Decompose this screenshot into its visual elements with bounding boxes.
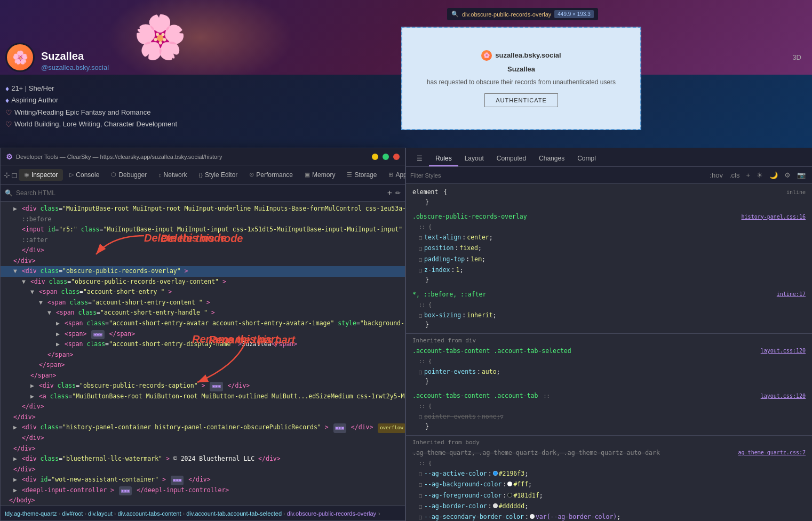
html-line-short-entry-content[interactable]: ▼ <span class="account-short-entry-conte… bbox=[1, 298, 405, 308]
html-line-anchor[interactable]: ▶ <a class="MuiButtonBase-root MuiButton… bbox=[1, 391, 405, 402]
styles-tab-layout[interactable]: Layout bbox=[458, 151, 490, 166]
color-dot-active[interactable] bbox=[493, 471, 498, 476]
tab-console[interactable]: ▷ Console bbox=[64, 169, 105, 181]
html-line-avatar[interactable]: ▶ <span class="account-short-entry-avata… bbox=[1, 318, 405, 329]
prop-toggle3[interactable]: :: { bbox=[419, 357, 432, 366]
html-line-overlay-content[interactable]: ▼ <div class="obscure-public-records-ove… bbox=[1, 277, 405, 287]
rule-account-tab[interactable]: .account-tabs-content .account-tab :: la… bbox=[406, 390, 812, 402]
prop-checkbox3[interactable]: □ bbox=[419, 255, 422, 264]
breadcrumb-item-5[interactable]: div.account-tab.account-tab-selected bbox=[186, 510, 282, 517]
html-line-close-span2[interactable]: </span> bbox=[1, 360, 405, 371]
breadcrumb-item-3[interactable]: div.layout bbox=[88, 510, 113, 517]
color-dot-border[interactable] bbox=[493, 503, 498, 508]
tab-debugger[interactable]: ⬡ Debugger bbox=[106, 169, 152, 181]
prop-toggle2[interactable]: :: { bbox=[419, 301, 432, 309]
html-line-close-div3[interactable]: </div> bbox=[1, 402, 405, 412]
html-line-deepl[interactable]: ▶ <deepl-input-controller > ▣▣▣ </deepl-… bbox=[1, 485, 405, 496]
html-line-close-body[interactable]: </body> bbox=[1, 495, 405, 506]
color-dot-sec-border[interactable] bbox=[530, 514, 535, 519]
profile-handle-link[interactable]: @suzallea.bsky.social bbox=[41, 63, 109, 71]
breadcrumb-current[interactable]: div.obscure-public-records-overlay bbox=[287, 510, 376, 517]
prop-checkbox2[interactable]: □ bbox=[419, 244, 422, 253]
html-add-button[interactable]: + bbox=[387, 188, 392, 198]
html-search-input[interactable] bbox=[16, 189, 384, 197]
screenshot-icon[interactable]: 📷 bbox=[795, 170, 808, 180]
styles-tab-rules[interactable]: Rules bbox=[429, 151, 458, 166]
styles-tab-computed[interactable]: Computed bbox=[490, 151, 532, 166]
hover-icon[interactable]: :hov bbox=[707, 170, 725, 180]
prop-checkbox7[interactable]: □ bbox=[419, 413, 422, 421]
tab-network[interactable]: ↕ Network bbox=[153, 169, 193, 181]
prop-toggle4[interactable]: :: { bbox=[419, 402, 432, 411]
html-line-after[interactable]: ::after bbox=[1, 235, 405, 246]
prop-checkbox8[interactable]: □ bbox=[419, 470, 422, 478]
pick-element-icon[interactable]: ◻ bbox=[11, 167, 18, 182]
cls-icon[interactable]: .cls bbox=[727, 170, 742, 180]
html-line-caption[interactable]: ▶ <div class="obscure-public-records-cap… bbox=[1, 381, 405, 391]
html-line-close-div2[interactable]: </div> bbox=[1, 256, 405, 267]
prop-toggle5[interactable]: :: { bbox=[419, 459, 432, 468]
html-line-input[interactable]: <input id="r5:" class="MuiInputBase-inpu… bbox=[1, 225, 405, 235]
rule-ag-theme[interactable]: .ag-theme-quartz, .ag-theme-quartz-dark,… bbox=[406, 447, 812, 459]
prop-checkbox6[interactable]: □ bbox=[419, 368, 422, 376]
html-line-short-entry[interactable]: ▼ <span class="account-short-entry " > bbox=[1, 287, 405, 298]
source-link-ag[interactable]: ag-theme-quartz.css:7 bbox=[738, 450, 806, 455]
add-rule-icon[interactable]: + bbox=[744, 170, 752, 180]
rule-element-selector[interactable]: element { inline bbox=[406, 186, 812, 198]
html-pick-button[interactable]: ✏ bbox=[395, 189, 401, 197]
source-link-layout-a[interactable]: layout.css:120 bbox=[761, 348, 806, 354]
rule-account-tab-selected[interactable]: .account-tabs-content .account-tab-selec… bbox=[406, 345, 812, 357]
tab-inspector[interactable]: ◉ Inspector bbox=[19, 169, 63, 181]
prop-checkbox9[interactable]: □ bbox=[419, 480, 422, 489]
html-line-assistant[interactable]: ▶ <div id="wot-new-assistant-container" … bbox=[1, 475, 405, 485]
html-line-close-div7[interactable]: </div> bbox=[1, 464, 405, 475]
minimize-button[interactable] bbox=[372, 154, 378, 160]
prop-checkbox[interactable]: □ bbox=[419, 234, 422, 242]
maximize-button[interactable] bbox=[383, 154, 389, 160]
color-dot-fg[interactable] bbox=[507, 493, 512, 498]
rule-obscure-overlay[interactable]: .obscure-public-records-overlay history-… bbox=[406, 211, 812, 222]
source-link-history[interactable]: history-panel.css:16 bbox=[742, 214, 806, 220]
html-line-obscure-overlay[interactable]: ▼ <div class="obscure-public-records-ove… bbox=[1, 266, 405, 277]
breadcrumb-item-4[interactable]: div.account-tabs-content bbox=[117, 510, 181, 517]
close-button[interactable] bbox=[393, 154, 400, 160]
prop-checkbox12[interactable]: □ bbox=[419, 513, 422, 521]
html-line-close-div6[interactable]: </div> bbox=[1, 444, 405, 454]
html-line-span-empty[interactable]: ▶ <span> ▣▣▣ </span> bbox=[1, 329, 405, 340]
html-line-history-panel[interactable]: ▶ <div class="history-panel-container hi… bbox=[1, 422, 405, 433]
tab-performance[interactable]: ⊙ Performance bbox=[244, 169, 298, 181]
inspector-tool-icon[interactable]: ⊹ bbox=[4, 167, 10, 182]
dark-theme-icon[interactable]: 🌙 bbox=[767, 170, 780, 180]
prop-checkbox4[interactable]: □ bbox=[419, 266, 422, 275]
styles-tab-compat[interactable]: Compl bbox=[571, 151, 602, 166]
html-line-close-span1[interactable]: </span> bbox=[1, 350, 405, 360]
rule-wildcard[interactable]: *, ::before, ::after inline:17 bbox=[406, 288, 812, 300]
tab-memory[interactable]: ▣ Memory bbox=[299, 169, 340, 181]
settings-icon[interactable]: ⚙ bbox=[782, 170, 793, 180]
breadcrumb-item-2[interactable]: div#root bbox=[62, 510, 83, 517]
prop-checkbox5[interactable]: □ bbox=[419, 311, 422, 320]
authenticate-button[interactable]: AUTHENTICATE bbox=[484, 93, 558, 107]
html-line-close-div4[interactable]: </div> bbox=[1, 412, 405, 423]
light-theme-icon[interactable]: ☀ bbox=[754, 170, 765, 180]
tab-storage[interactable]: ☰ Storage bbox=[341, 169, 382, 181]
prop-toggle[interactable]: :: { bbox=[419, 223, 432, 231]
html-line-handle[interactable]: ▼ <span class="account-short-entry-handl… bbox=[1, 308, 405, 318]
html-line-close-div5[interactable]: </div> bbox=[1, 433, 405, 444]
styles-tab-changes[interactable]: Changes bbox=[532, 151, 571, 166]
prop-checkbox11[interactable]: □ bbox=[419, 502, 422, 511]
source-link-inline[interactable]: inline:17 bbox=[777, 291, 806, 297]
color-dot-bg[interactable] bbox=[507, 482, 512, 486]
html-line-close-span3[interactable]: </span> bbox=[1, 371, 405, 381]
tab-style-editor[interactable]: {} Style Editor bbox=[194, 169, 243, 181]
source-link-layout-b[interactable]: layout.css:120 bbox=[761, 393, 806, 399]
styles-tab-rules-icon[interactable]: ☰ bbox=[410, 151, 429, 166]
breadcrumb-arrow-right[interactable]: › bbox=[378, 510, 380, 517]
prop-checkbox10[interactable]: □ bbox=[419, 492, 422, 500]
html-line-before[interactable]: ::before bbox=[1, 214, 405, 225]
html-line-display-name[interactable]: ▶ <span class="account-short-entry-displ… bbox=[1, 339, 405, 350]
breadcrumb-item-1[interactable]: tdy.ag-theme-quartz bbox=[5, 510, 57, 517]
html-line-watermark[interactable]: ▶ <div class="bluethernal-llc-watermark"… bbox=[1, 454, 405, 464]
html-line[interactable]: ▶ <div class="MuiInputBase-root MuiInput… bbox=[1, 204, 405, 214]
html-line-close-div1[interactable]: </div> bbox=[1, 245, 405, 256]
